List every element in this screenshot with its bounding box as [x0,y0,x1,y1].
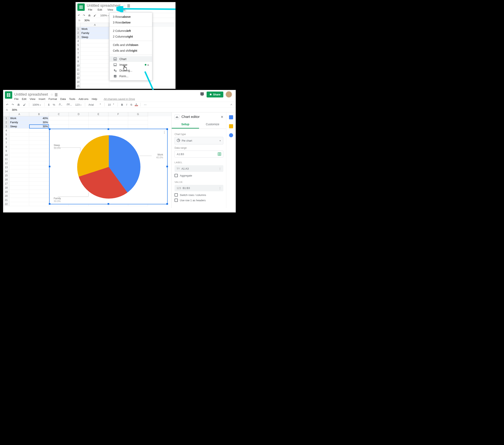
fx-icon: fx [76,18,83,23]
value-range-chip[interactable]: 123 B1:B3 ⋮ [175,185,223,191]
tab-setup[interactable]: Setup [172,120,199,129]
menu-item-rows-below[interactable]: 3 Rows below [110,19,152,25]
print-icon[interactable]: 🖶 [16,103,21,106]
bold-icon[interactable]: B [120,103,124,106]
menu-file[interactable]: File [14,97,18,100]
comments-icon[interactable] [200,92,204,97]
new-badge-icon [145,64,146,66]
col-header[interactable]: B [29,112,49,116]
col-header[interactable]: D [69,112,89,116]
menu-insert[interactable]: Insert [38,97,45,100]
svg-rect-12 [115,71,116,72]
undo-icon[interactable]: ↶ [78,14,80,17]
menu-data[interactable]: Data [60,97,66,100]
svg-marker-10 [114,65,116,66]
redo-icon[interactable]: ↷ [11,103,15,106]
number-type-icon: 123 [177,187,181,190]
use-row1-checkbox[interactable]: Use row 1 as headers [175,199,223,202]
tab-customize[interactable]: Customize [199,120,226,129]
close-icon[interactable]: ✕ [221,115,223,119]
kebab-icon[interactable]: ⋮ [219,167,221,170]
menu-item-chart[interactable]: Chart [110,56,152,62]
star-icon[interactable]: ☆ [50,93,53,97]
calendar-addon-icon[interactable] [229,115,233,119]
menu-edit[interactable]: Edit [96,8,103,12]
grid-row[interactable]: 3Sleep30% [3,124,171,129]
chart-object[interactable]: ⋮ Work40.0% [49,129,168,204]
menu-format[interactable]: Format [49,97,57,100]
col-header[interactable]: A [9,112,29,116]
currency-icon[interactable]: $ [47,103,50,106]
menu-item-image[interactable]: Image▶ [110,62,152,68]
grid-row[interactable]: 2Family30% [3,120,171,124]
menu-item-form[interactable]: Form... [110,73,152,79]
grid-row[interactable]: 15 [76,84,175,88]
more-formats-icon[interactable]: 123▼ [74,103,83,106]
document-title[interactable]: Untitled spreadsheet [14,92,48,97]
menu-tools[interactable]: Tools [69,97,75,100]
col-header[interactable]: G [128,112,148,116]
menubar: File Edit View Insert [87,8,131,12]
svg-rect-7 [115,58,115,60]
menu-item-cols-left[interactable]: 2 Columns left [110,28,152,34]
folder-icon[interactable]: ▇ [127,4,130,8]
menu-item-cells-right[interactable]: Cells and shift right [110,48,152,54]
kebab-icon[interactable]: ⋮ [219,187,221,190]
menu-edit[interactable]: Edit [22,97,26,100]
col-header[interactable]: F [108,112,128,116]
grid-select-icon[interactable] [218,153,221,156]
zoom-select[interactable]: 100%▼ [100,14,109,17]
menu-item-rows-above[interactable]: 3 Rows above [110,14,152,19]
redo-icon[interactable]: ↷ [83,14,85,17]
spreadsheet-grid[interactable]: A B C D E F G 1Work40%2Family30%3Sleep30… [3,112,171,208]
avatar[interactable] [226,91,232,97]
switch-rows-checkbox[interactable]: Switch rows / columns [175,193,223,196]
menu-file[interactable]: File [87,8,93,12]
svg-rect-6 [114,59,115,60]
menu-view[interactable]: View [30,97,35,100]
tasks-addon-icon[interactable] [229,133,233,137]
menu-view[interactable]: View [106,8,114,12]
undo-icon[interactable]: ↶ [5,103,9,106]
text-color-icon[interactable]: A [135,103,138,106]
menu-item-cells-down[interactable]: Cells and shift down [110,42,152,48]
paint-format-icon[interactable]: 🖌 [22,103,27,106]
percent-icon[interactable]: % [52,103,56,106]
document-title[interactable]: Untitled spreadsheet [87,3,120,8]
grid-row[interactable]: 14 [76,80,175,84]
col-header-a[interactable]: A [81,23,109,27]
menu-item-drawing[interactable]: Drawing... [110,68,152,73]
menu-addons[interactable]: Add-ons [79,97,88,100]
strike-icon[interactable]: S [130,103,133,106]
col-header[interactable]: C [49,112,69,116]
paint-format-icon[interactable]: 🖌 [93,14,96,17]
font-select[interactable]: Arial▼ [88,103,102,106]
chart-icon [113,58,117,61]
menubar: File Edit View Insert Format Data Tools … [14,97,234,101]
star-icon[interactable]: ☆ [123,4,126,8]
font-size-select[interactable]: 10▼ [107,103,115,106]
increase-decimal-icon[interactable]: .00→ [65,103,73,106]
menu-insert[interactable]: Insert [117,8,126,12]
folder-icon[interactable]: ▇ [55,93,57,97]
col-header[interactable]: E [89,112,108,116]
label-range-chip[interactable]: Tᴛ A1:A3 ⋮ [175,165,223,172]
formula-value[interactable]: 30% [11,107,235,112]
share-button[interactable]: Share [207,92,223,97]
print-icon[interactable]: 🖶 [88,14,91,17]
aggregate-checkbox[interactable]: Aggregate [175,174,223,177]
keep-addon-icon[interactable] [229,124,233,128]
chart-editor-panel: Chart editor ✕ Setup Customize Chart typ… [171,112,226,208]
decrease-decimal-icon[interactable]: .0← [57,103,64,106]
chart-menu-icon[interactable]: ⋮ [163,130,166,134]
zoom-select[interactable]: 100%▼ [32,103,42,106]
chart-type-select[interactable]: Pie chart ▼ [175,137,223,144]
menu-item-cols-right[interactable]: 2 Columns right [110,34,152,39]
menu-help[interactable]: Help [92,97,97,100]
more-toolbar-icon[interactable]: ⋯ [143,103,147,106]
collapse-icon[interactable]: ㅅ [229,103,234,106]
lock-icon [209,93,212,96]
grid-row[interactable]: 1Work40% [3,116,171,120]
italic-icon[interactable]: I [126,103,128,106]
data-range-input[interactable]: A1:B3 [175,151,223,157]
